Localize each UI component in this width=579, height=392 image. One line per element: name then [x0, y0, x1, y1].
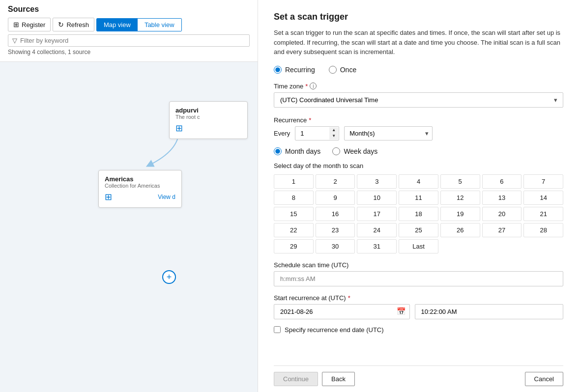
calendar-day-3[interactable]: 3 [357, 174, 397, 189]
toolbar: ⊞ Register ↻ Refresh Map view Table view [8, 18, 250, 31]
schedule-time-input[interactable] [274, 271, 563, 286]
calendar-day-13[interactable]: 13 [482, 191, 522, 205]
calendar-day-23[interactable]: 23 [316, 223, 355, 237]
calendar-day-10[interactable]: 10 [357, 191, 397, 205]
start-recurrence-row: 📅 [274, 304, 563, 319]
timezone-info-icon: i [310, 83, 317, 89]
recurrence-label: Recurrence * [274, 116, 563, 124]
calendar-day-15[interactable]: 15 [274, 207, 314, 221]
refresh-button[interactable]: ↻ Refresh [53, 18, 94, 31]
sources-title: Sources [8, 5, 250, 14]
refresh-icon: ↻ [58, 21, 64, 28]
calendar-day-5[interactable]: 5 [440, 174, 480, 189]
americas-icon: ⊞ [105, 192, 112, 202]
adpurvi-node: adpurvi The root c ⊞ [169, 101, 248, 139]
cancel-button[interactable]: Cancel [525, 372, 563, 386]
calendar-day-29[interactable]: 29 [274, 239, 314, 253]
week-days-label[interactable]: Week days [332, 147, 377, 155]
calendar-picker-button[interactable]: 📅 [397, 307, 406, 316]
calendar-day-22[interactable]: 22 [274, 223, 314, 237]
calendar-day-11[interactable]: 11 [399, 191, 438, 205]
recurring-label: Recurring [285, 66, 315, 74]
month-days-label[interactable]: Month days [274, 147, 320, 155]
left-panel: Sources ⊞ Register ↻ Refresh Map view Ta… [0, 0, 258, 392]
americas-view-link[interactable]: View d [158, 194, 175, 200]
panel-title: Set a scan trigger [274, 12, 563, 22]
calendar-day-28[interactable]: 28 [523, 223, 563, 237]
calendar-day-4[interactable]: 4 [399, 174, 438, 189]
map-area: adpurvi The root c ⊞ Americas Collection… [0, 62, 258, 392]
adpurvi-icon: ⊞ [175, 123, 241, 134]
map-view-button[interactable]: Map view [97, 19, 138, 31]
add-node-button[interactable]: + [162, 270, 176, 284]
calendar-day-6[interactable]: 6 [482, 174, 522, 189]
start-date-input[interactable] [274, 304, 410, 319]
calendar-day-27[interactable]: 27 [482, 223, 522, 237]
month-days-text: Month days [285, 147, 320, 155]
calendar-day-17[interactable]: 17 [357, 207, 397, 221]
week-days-text: Week days [344, 147, 377, 155]
month-days-radio[interactable] [274, 147, 282, 155]
calendar-day-7[interactable]: 7 [523, 174, 563, 189]
start-time-input[interactable] [415, 304, 564, 319]
spin-buttons: ▲ ▼ [329, 127, 338, 140]
calendar-day-25[interactable]: 25 [399, 223, 438, 237]
calendar-day-last[interactable]: Last [399, 239, 438, 253]
end-date-row: Specify recurrence end date (UTC) [274, 326, 563, 334]
end-date-checkbox[interactable] [274, 326, 281, 333]
calendar-day-2[interactable]: 2 [316, 174, 355, 189]
calendar-day-9[interactable]: 9 [316, 191, 355, 205]
calendar-section: Select day of the month to scan 12345678… [274, 162, 563, 253]
timezone-select[interactable]: (UTC) Coordinated Universal Time [274, 92, 563, 108]
calendar-day-12[interactable]: 12 [440, 191, 480, 205]
trigger-type-group: Recurring Once [274, 66, 563, 74]
recurring-radio-label[interactable]: Recurring [274, 66, 315, 74]
register-button[interactable]: ⊞ Register [8, 18, 51, 31]
start-recurrence-label: Start recurrence at (UTC) * [274, 294, 563, 302]
calendar-day-31[interactable]: 31 [357, 239, 397, 253]
calendar-day-20[interactable]: 20 [482, 207, 522, 221]
calendar-title: Select day of the month to scan [274, 162, 563, 169]
calendar-day-1[interactable]: 1 [274, 174, 314, 189]
right-panel: Set a scan trigger Set a scan trigger to… [258, 0, 579, 392]
spin-up-button[interactable]: ▲ [329, 127, 338, 134]
continue-button[interactable]: Continue [274, 372, 318, 386]
timezone-label: Time zone * i [274, 83, 563, 90]
calendar-day-19[interactable]: 19 [440, 207, 480, 221]
once-radio[interactable] [329, 66, 337, 74]
calendar-day-21[interactable]: 21 [523, 207, 563, 221]
view-toggle: Map view Table view [96, 18, 182, 31]
calendar-day-26[interactable]: 26 [440, 223, 480, 237]
calendar-day-8[interactable]: 8 [274, 191, 314, 205]
recurrence-number-wrapper: ▲ ▼ [295, 126, 339, 140]
once-label: Once [340, 66, 356, 74]
calendar-day-30[interactable]: 30 [316, 239, 355, 253]
calendar-day-16[interactable]: 16 [316, 207, 355, 221]
spin-down-button[interactable]: ▼ [329, 133, 338, 140]
calendar-day-14[interactable]: 14 [523, 191, 563, 205]
americas-title: Americas [105, 175, 175, 183]
left-header: Sources ⊞ Register ↻ Refresh Map view Ta… [0, 0, 258, 62]
start-recurrence-required: * [348, 294, 350, 302]
once-radio-label[interactable]: Once [329, 66, 356, 74]
adpurvi-subtitle: The root c [175, 114, 241, 120]
period-select[interactable]: Month(s) Week(s) Day(s) [344, 126, 433, 140]
refresh-label: Refresh [66, 21, 89, 28]
americas-node: Americas Collection for Americas ⊞ View … [98, 170, 182, 208]
schedule-time-section: Schedule scan time (UTC) [274, 261, 563, 286]
back-button[interactable]: Back [322, 372, 355, 386]
start-date-wrapper: 📅 [274, 304, 410, 319]
recurring-radio[interactable] [274, 66, 282, 74]
timezone-required: * [305, 83, 308, 90]
calendar-day-24[interactable]: 24 [357, 223, 397, 237]
filter-icon: ▽ [12, 37, 17, 44]
end-date-label: Specify recurrence end date (UTC) [285, 326, 384, 334]
register-label: Register [22, 21, 45, 28]
filter-bar: ▽ [8, 34, 250, 47]
every-label: Every [274, 130, 290, 137]
calendar-day-18[interactable]: 18 [399, 207, 438, 221]
panel-description: Set a scan trigger to run the scan at sp… [274, 28, 563, 57]
table-view-button[interactable]: Table view [138, 19, 181, 31]
filter-input[interactable] [20, 37, 245, 44]
week-days-radio[interactable] [332, 147, 340, 155]
